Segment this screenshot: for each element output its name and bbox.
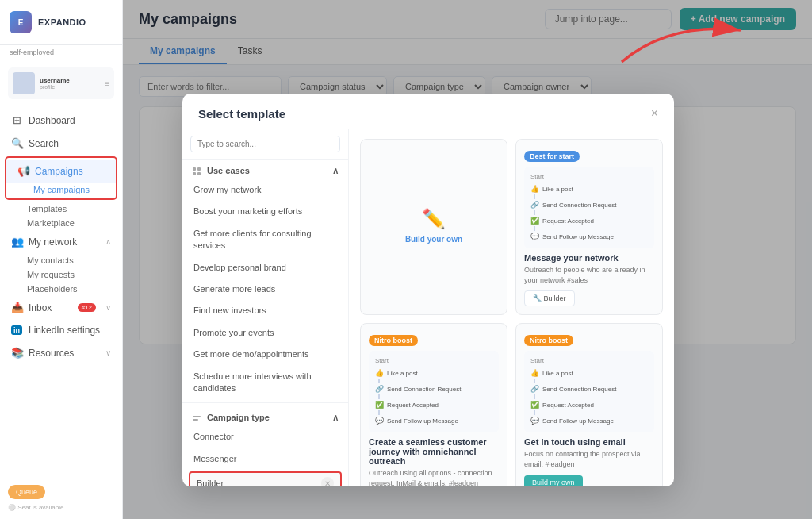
use-case-grow-network[interactable]: Grow my network	[182, 179, 348, 201]
campaigns-icon: 📢	[17, 165, 29, 177]
email-outreach-card[interactable]: Nitro boost Start 👍Like a post 🔗Send Con…	[515, 323, 663, 486]
journey-step-2: 🔗Send Connection Request	[375, 383, 492, 394]
journey-step-4: 💬Send Follow up Message	[375, 415, 492, 426]
campaign-type-icon	[192, 413, 201, 423]
use-case-investors[interactable]: Find new investors	[182, 300, 348, 321]
sidebar-item-my-campaigns[interactable]: My campaigns	[6, 183, 116, 197]
builder-check-icon: ✕	[321, 477, 334, 486]
svg-rect-2	[193, 172, 196, 175]
workflow-diagram-network: Start 👍Like a post 🔗Send Connection Requ…	[524, 167, 654, 248]
email-step-3: ✅Request Accepted	[530, 399, 648, 410]
journey-step-1: 👍Like a post	[375, 367, 492, 379]
workflow-step-3: ✅Request Accepted	[530, 215, 648, 226]
journey-card-title: Create a seamless customer journey with …	[369, 437, 499, 466]
best-for-start-badge: Best for start	[524, 151, 580, 162]
use-cases-label: Use cases	[192, 166, 250, 176]
modal-title: Select template	[198, 107, 285, 121]
use-case-demo[interactable]: Get more demo/appointments	[182, 344, 348, 365]
build-my-own-button[interactable]: Build my own	[524, 475, 583, 486]
dashboard-icon: ⊞	[11, 114, 22, 126]
modal-body: Use cases ∧ Grow my network Boost your m…	[182, 129, 674, 486]
use-cases-icon	[192, 167, 201, 176]
email-card-title: Get in touch using email	[524, 437, 654, 447]
sidebar-nav: ⊞ Dashboard 🔍 Search 📢 Campaigns My camp…	[0, 104, 122, 475]
use-case-consulting[interactable]: Get more clients for consulting services	[182, 223, 348, 257]
svg-rect-4	[193, 416, 201, 417]
scratch-icon: ✏️	[422, 208, 446, 230]
modal-left-panel: Use cases ∧ Grow my network Boost your m…	[182, 129, 349, 486]
network-card-desc: Outreach to people who are already in yo…	[524, 265, 654, 285]
workflow-diagram-journey: Start 👍Like a post 🔗Send Connection Requ…	[369, 351, 499, 432]
logo-icon: E	[10, 11, 32, 33]
sidebar-item-my-network[interactable]: 👥 My network ∧	[0, 230, 122, 253]
template-search-input[interactable]	[190, 136, 340, 152]
inbox-badge: #12	[78, 303, 96, 312]
svg-rect-1	[197, 167, 201, 171]
workflow-diagram-email: Start 👍Like a post 🔗Send Connection Requ…	[524, 351, 654, 432]
subtitle: self-employed	[0, 45, 122, 63]
use-case-marketing[interactable]: Boost your marketing efforts	[182, 201, 348, 222]
close-modal-button[interactable]: ×	[651, 106, 658, 121]
journey-card-desc: Outreach using all options - connection …	[369, 468, 499, 486]
use-cases-header[interactable]: Use cases ∧	[182, 160, 348, 179]
journey-step-3: ✅Request Accepted	[375, 399, 492, 410]
workflow-start-label-2: Start	[375, 357, 492, 364]
resources-icon: 📚	[11, 347, 22, 359]
use-case-leads[interactable]: Generate more leads	[182, 279, 348, 300]
modal-right-panel: ✏️ Build your own Best for start Start 👍…	[349, 129, 674, 486]
email-step-2: 🔗Send Connection Request	[530, 383, 648, 394]
sidebar: E EXPANDIO self-employed username profil…	[0, 0, 123, 519]
workflow-step-1: 👍Like a post	[530, 183, 648, 194]
sidebar-bottom: Queue ⚪ Seat is available	[0, 475, 122, 519]
network-icon: 👥	[11, 236, 22, 248]
sidebar-item-campaigns[interactable]: 📢 Campaigns	[6, 160, 116, 183]
campaign-type-header[interactable]: Campaign type ∧	[182, 406, 348, 426]
builder-button[interactable]: 🔧 Builder	[524, 290, 575, 306]
campaign-type-messenger[interactable]: Messenger	[182, 448, 348, 470]
campaign-type-label: Campaign type	[192, 413, 270, 423]
scratch-title: Build your own	[405, 235, 462, 244]
inbox-icon: 📥	[11, 302, 22, 313]
nitro-boost-badge-2: Nitro boost	[524, 335, 573, 346]
avatar	[13, 72, 35, 94]
seamless-journey-card[interactable]: Nitro boost Start 👍Like a post 🔗Send Con…	[360, 323, 508, 486]
search-icon: 🔍	[11, 137, 22, 149]
sidebar-item-templates[interactable]: Templates	[0, 202, 122, 216]
queue-button[interactable]: Queue	[8, 485, 45, 499]
use-case-events[interactable]: Promote your events	[182, 322, 348, 344]
sidebar-item-requests[interactable]: My requests	[0, 267, 122, 282]
message-network-card[interactable]: Best for start Start 👍Like a post 🔗Send …	[515, 139, 663, 315]
sidebar-label-linkedin: LinkedIn settings	[29, 325, 100, 336]
sidebar-label-network: My network	[29, 236, 77, 248]
sidebar-item-placeholders[interactable]: Placeholders	[0, 282, 122, 296]
sidebar-item-linkedin[interactable]: in LinkedIn settings	[0, 319, 122, 341]
sidebar-item-dashboard[interactable]: ⊞ Dashboard	[0, 109, 122, 132]
user-info: username profile	[40, 77, 70, 90]
workflow-start-label-3: Start	[530, 357, 648, 364]
campaign-type-builder-highlighted[interactable]: Builder ✕	[189, 471, 342, 486]
sidebar-item-marketplace[interactable]: Marketplace	[0, 216, 122, 230]
sidebar-label-resources: Resources	[29, 348, 74, 359]
email-step-4: 💬Send Follow up Message	[530, 415, 648, 426]
builder-label: Builder	[197, 479, 224, 486]
svg-rect-5	[193, 419, 198, 421]
sidebar-label-search: Search	[29, 138, 59, 149]
sidebar-item-contacts[interactable]: My contacts	[0, 253, 122, 267]
workflow-step-2: 🔗Send Connection Request	[530, 199, 648, 210]
select-template-modal: Select template × Use cases ∧ Grow my ne…	[182, 94, 674, 486]
campaign-type-connector[interactable]: Connector	[182, 426, 348, 448]
sidebar-label-dashboard: Dashboard	[29, 115, 75, 126]
svg-rect-0	[193, 167, 196, 171]
scratch-template-card[interactable]: ✏️ Build your own	[360, 139, 508, 315]
template-grid: ✏️ Build your own Best for start Start 👍…	[360, 139, 663, 486]
user-block: username profile ≡	[8, 67, 114, 99]
use-case-interviews[interactable]: Schedule more interviews with candidates	[182, 366, 348, 400]
nitro-boost-badge-1: Nitro boost	[369, 335, 418, 346]
sidebar-item-search[interactable]: 🔍 Search	[0, 132, 122, 155]
logo-text: EXPANDIO	[38, 17, 86, 27]
email-step-1: 👍Like a post	[530, 367, 648, 379]
sidebar-item-inbox[interactable]: 📥 Inbox #12 ∨	[0, 296, 122, 319]
sidebar-item-resources[interactable]: 📚 Resources ∨	[0, 341, 122, 364]
use-case-brand[interactable]: Develop personal brand	[182, 257, 348, 279]
modal-header: Select template ×	[182, 94, 674, 129]
